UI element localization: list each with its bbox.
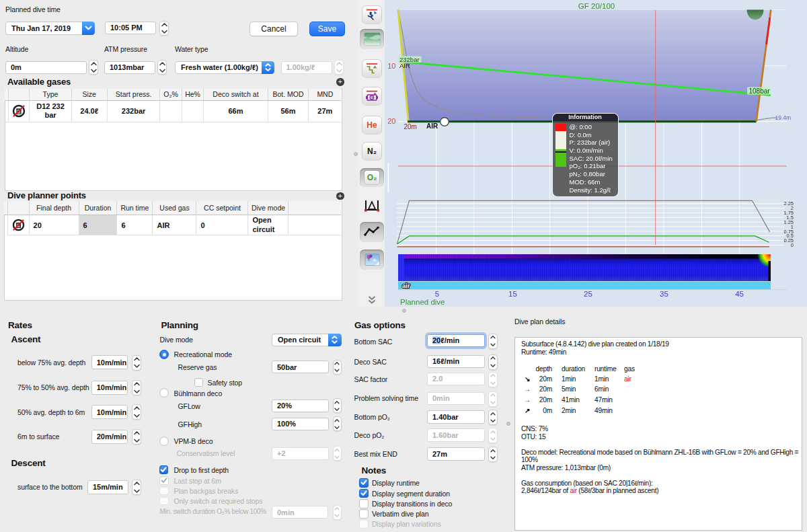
- gases-col-o2[interactable]: O₂%: [160, 89, 182, 101]
- drop-to-first-depth-label[interactable]: Drop to first depth: [174, 466, 229, 474]
- gas-botmod-cell[interactable]: 56m: [268, 101, 309, 122]
- rate-stepper-3[interactable]: [132, 429, 141, 445]
- atm-stepper[interactable]: [157, 60, 167, 75]
- gas-type-cell[interactable]: D12 232 bar: [30, 101, 71, 122]
- altitude-field[interactable]: 0m: [5, 61, 87, 74]
- point-divemode-cell[interactable]: Open circuit: [248, 215, 289, 235]
- rate-field-2[interactable]: 10m/min: [91, 405, 128, 419]
- chevron-down-icon[interactable]: [82, 22, 95, 35]
- display-transitions-label[interactable]: Display transitions in deco: [372, 500, 452, 508]
- rate-field-1[interactable]: 10m/min: [91, 381, 128, 395]
- verbatim-checkbox[interactable]: [359, 509, 369, 519]
- recreational-mode-radio[interactable]: [159, 350, 169, 359]
- gases-col-he[interactable]: He%: [182, 89, 204, 101]
- gases-col-mnd[interactable]: MND: [309, 89, 341, 101]
- vpmb-radio[interactable]: [159, 436, 169, 446]
- points-col-divemode[interactable]: Dive mode: [248, 201, 289, 215]
- points-col-finaldepth[interactable]: Final depth: [30, 201, 79, 215]
- best-mix-field[interactable]: 27m: [427, 447, 485, 461]
- horizontal-splitter-handle[interactable]: [402, 309, 406, 313]
- atm-pressure-field[interactable]: 1013mbar: [104, 61, 155, 74]
- gflow-field[interactable]: 20%: [272, 400, 329, 412]
- best-mix-stepper[interactable]: [488, 447, 498, 462]
- points-col-runtime[interactable]: Run time: [117, 201, 153, 215]
- gas-mnd-cell[interactable]: 27m: [309, 101, 341, 122]
- descent-rate-stepper[interactable]: [132, 480, 141, 495]
- rate-field-0[interactable]: 10m/min: [91, 355, 128, 369]
- toggle-n2-toolbutton[interactable]: N₂: [362, 143, 381, 160]
- gas-he-cell[interactable]: [182, 101, 204, 122]
- date-picker[interactable]: Thu Jan 17, 2019: [5, 22, 95, 35]
- safety-stop-label[interactable]: Safety stop: [208, 379, 242, 387]
- rate-stepper-2[interactable]: [132, 404, 141, 420]
- buhlmann-label[interactable]: Bühlmann deco: [174, 389, 223, 397]
- dive-mode-select[interactable]: Open circuit: [272, 334, 342, 346]
- display-segment-label[interactable]: Display segment duration: [372, 490, 450, 498]
- drop-to-first-depth-checkbox[interactable]: [159, 465, 169, 475]
- reserve-gas-stepper[interactable]: [333, 360, 342, 375]
- time-stepper[interactable]: [159, 21, 169, 36]
- scaled-profile-toolbutton[interactable]: [362, 60, 381, 77]
- gflow-stepper[interactable]: [333, 398, 342, 413]
- updown-chevrons-icon[interactable]: [328, 334, 342, 346]
- gas-startpress-cell[interactable]: 232bar: [108, 101, 160, 122]
- gases-col-size[interactable]: Size: [72, 89, 108, 101]
- altitude-stepper[interactable]: [89, 60, 98, 75]
- reserve-gas-field[interactable]: 50bar: [272, 360, 329, 373]
- add-point-button[interactable]: +: [336, 192, 344, 200]
- dive-mode-toolbutton[interactable]: [362, 6, 381, 24]
- gases-col-startpress[interactable]: Start press.: [108, 89, 160, 101]
- gas-size-cell[interactable]: 24.0ℓ: [72, 101, 108, 122]
- bottom-po2-stepper[interactable]: [488, 410, 498, 425]
- toggle-o2-toolbutton[interactable]: O₂: [360, 168, 384, 187]
- bottom-sac-field[interactable]: 20ℓ/min: [427, 334, 485, 348]
- gfhigh-stepper[interactable]: [333, 416, 342, 431]
- dive-point-handle[interactable]: [440, 118, 449, 126]
- toggle-mod-toolbutton[interactable]: [362, 197, 381, 215]
- water-type-select[interactable]: Fresh water (1.00kg/ℓ): [175, 61, 274, 74]
- vpmb-label[interactable]: VPM-B deco: [174, 437, 213, 445]
- display-segment-checkbox[interactable]: [359, 489, 369, 498]
- gas-decoswitch-cell[interactable]: 66m: [204, 101, 268, 122]
- toggle-photos-toolbutton[interactable]: [360, 250, 384, 270]
- time-field[interactable]: 10:05 PM: [105, 22, 156, 34]
- deco-sac-field[interactable]: 16ℓ/min: [427, 355, 485, 369]
- points-col-duration[interactable]: Duration: [79, 201, 118, 215]
- save-button[interactable]: Save: [309, 22, 345, 36]
- rate-field-3[interactable]: 20m/min: [91, 430, 128, 444]
- delete-point-icon[interactable]: [8, 215, 30, 235]
- cancel-button[interactable]: Cancel: [249, 22, 298, 36]
- delete-cylinder-icon[interactable]: [9, 101, 30, 122]
- toggle-he-toolbutton[interactable]: He: [362, 116, 381, 134]
- recreational-mode-label[interactable]: Recreational mode: [174, 350, 232, 358]
- gases-col-decoswitch[interactable]: Deco switch at: [204, 89, 268, 101]
- bottom-po2-field[interactable]: 1.40bar: [427, 410, 485, 424]
- toggle-time-toolbutton[interactable]: [362, 87, 381, 105]
- display-runtime-checkbox[interactable]: [359, 478, 369, 488]
- rate-stepper-1[interactable]: [132, 380, 141, 395]
- vertical-splitter-handle[interactable]: [354, 152, 358, 156]
- point-ccsetpoint-cell[interactable]: 0: [196, 215, 248, 235]
- deco-sac-stepper[interactable]: [488, 354, 498, 370]
- point-usedgas-cell[interactable]: AIR: [153, 215, 196, 235]
- points-col-ccsetpoint[interactable]: CC setpoint: [196, 201, 248, 215]
- point-depth-cell[interactable]: 20: [30, 215, 79, 235]
- information-tooltip[interactable]: Information @: 0:00 D: 0.0m P: 232bar (a…: [552, 113, 619, 197]
- gfhigh-field[interactable]: 100%: [272, 418, 329, 430]
- gas-o2-cell[interactable]: [160, 101, 182, 122]
- collapse-toolbar-button[interactable]: [362, 294, 381, 306]
- gases-col-botmod[interactable]: Bot. MOD: [268, 89, 309, 101]
- rate-stepper-0[interactable]: [132, 355, 141, 371]
- details-splitter-handle[interactable]: [506, 422, 510, 426]
- points-col-usedgas[interactable]: Used gas: [153, 201, 196, 215]
- shaded-profile-toolbutton[interactable]: [360, 29, 384, 49]
- buhlmann-radio[interactable]: [159, 388, 169, 397]
- display-transitions-checkbox[interactable]: [359, 499, 369, 508]
- verbatim-label[interactable]: Verbatim dive plan: [372, 510, 429, 518]
- gases-col-type[interactable]: Type: [30, 89, 71, 101]
- descent-rate-field[interactable]: 15m/min: [87, 480, 128, 494]
- point-runtime-cell[interactable]: 6: [117, 215, 153, 235]
- point-duration-cell[interactable]: 6: [79, 215, 118, 235]
- safety-stop-checkbox[interactable]: [194, 378, 204, 387]
- add-gas-button[interactable]: +: [336, 78, 344, 86]
